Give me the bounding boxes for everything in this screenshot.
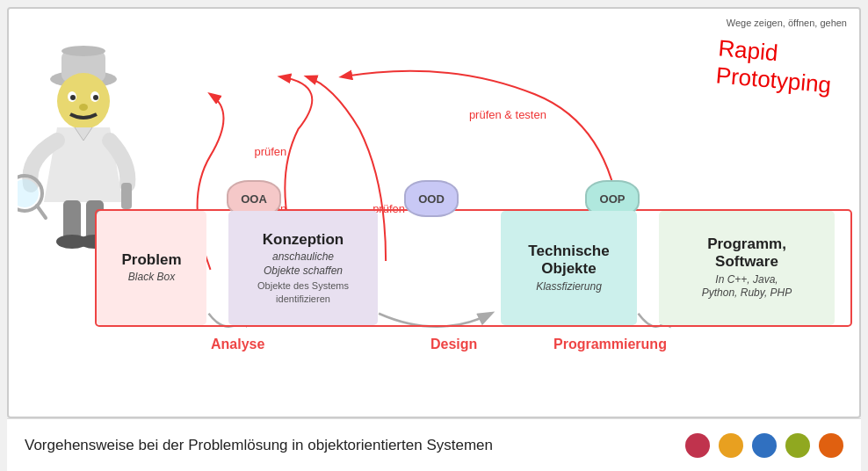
svg-text:prüfen: prüfen bbox=[254, 145, 286, 158]
box-problem-subtitle: Black Box bbox=[128, 271, 175, 285]
box-problem: Problem Black Box bbox=[97, 211, 206, 325]
box-problem-title: Problem bbox=[121, 251, 181, 269]
box-programm-subtitle: In C++, Java,Python, Ruby, PHP bbox=[702, 273, 792, 301]
rapid-prototyping-label: RapidPrototyping bbox=[715, 34, 835, 99]
bottom-text: Vorgehensweise bei der Problemlösung in … bbox=[25, 437, 493, 454]
box-technische-subtitle: Klassfizierung bbox=[536, 280, 602, 294]
svg-point-12 bbox=[79, 104, 88, 111]
svg-rect-16 bbox=[121, 183, 132, 209]
box-technische-title: TechnischeObjekte bbox=[528, 243, 609, 279]
label-programmierung: Programmierung bbox=[553, 337, 667, 352]
dot-orange bbox=[719, 433, 743, 458]
page-container: Wege zeigen, öffnen, gehen prüfen prüfen… bbox=[0, 0, 868, 471]
box-programm-title: Programm,Software bbox=[707, 236, 786, 272]
svg-line-15 bbox=[37, 206, 46, 218]
dot-green bbox=[785, 433, 810, 458]
svg-text:prüfen & testen: prüfen & testen bbox=[469, 108, 546, 121]
box-programm: Programm,Software In C++, Java,Python, R… bbox=[659, 211, 835, 325]
main-content-area: Wege zeigen, öffnen, gehen prüfen prüfen… bbox=[7, 7, 861, 418]
label-design: Design bbox=[430, 337, 477, 352]
dot-blue bbox=[752, 433, 777, 458]
cloud-ood-label: OOD bbox=[418, 192, 445, 206]
svg-rect-17 bbox=[63, 200, 81, 240]
cloud-ooa-label: OOA bbox=[241, 192, 267, 206]
top-label: Wege zeigen, öffnen, gehen bbox=[727, 18, 847, 28]
label-analyse: Analyse bbox=[211, 337, 264, 352]
cloud-oop-label: OOP bbox=[600, 192, 626, 206]
box-konzeption-sub2: Objekte des Systems identifizieren bbox=[237, 279, 369, 305]
box-konzeption-subtitle: anschaulicheObjekte schaffen bbox=[264, 250, 343, 278]
svg-point-7 bbox=[57, 73, 110, 129]
svg-point-11 bbox=[93, 95, 98, 100]
bottom-bar: Vorgehensweise bei der Problemlösung in … bbox=[7, 418, 861, 471]
box-konzeption: Konzeption anschaulicheObjekte schaffen … bbox=[228, 211, 378, 325]
box-konzeption-title: Konzeption bbox=[263, 231, 344, 249]
cloud-ood: OOD bbox=[404, 180, 459, 217]
dot-red bbox=[685, 433, 710, 458]
dot-dark-orange bbox=[819, 433, 843, 458]
box-technische: TechnischeObjekte Klassfizierung bbox=[501, 211, 637, 325]
svg-point-10 bbox=[70, 95, 76, 100]
svg-point-6 bbox=[61, 46, 105, 56]
color-dots-group bbox=[685, 433, 843, 458]
